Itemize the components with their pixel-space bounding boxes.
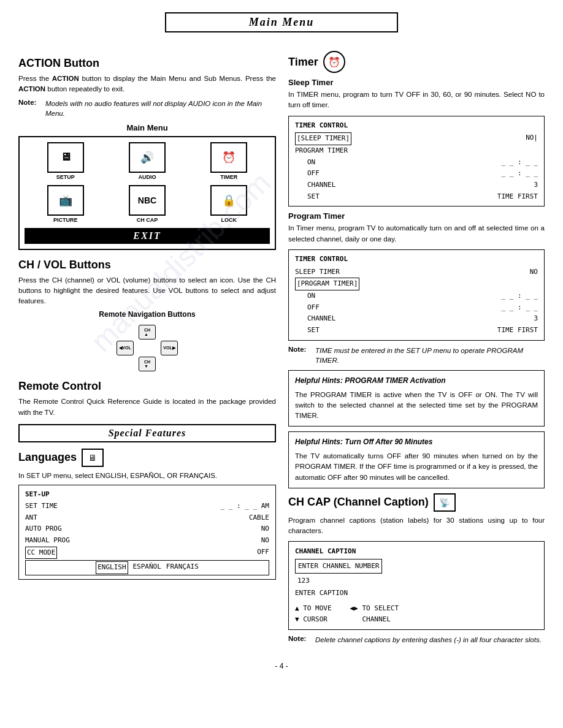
hint2-title: Helpful Hints: Turn Off After 90 Minutes bbox=[295, 437, 538, 447]
ch-vol-title: CH / VOL Buttons bbox=[18, 259, 276, 271]
main-menu-sublabel: Main Menu bbox=[18, 123, 276, 132]
timer-box1-title: TIMER CONTROL bbox=[295, 120, 538, 132]
timer-set-label: SET bbox=[307, 191, 320, 203]
exit-label: EXIT bbox=[133, 230, 161, 241]
nav-vol-right-btn: VOL▶ bbox=[161, 341, 178, 355]
special-features-box: Special Features bbox=[18, 424, 276, 442]
setup-row-ant: ANT CABLE bbox=[25, 512, 269, 524]
timer-box1-set: SET TIME FIRST bbox=[295, 191, 538, 203]
remote-control-body: The Remote Control Quick Reference Guide… bbox=[18, 396, 276, 418]
setup-icon-label: SETUP bbox=[56, 174, 75, 180]
setup-row-time: SET TIME _ _ : _ _ AM bbox=[25, 501, 269, 512]
menu-icon-timer: ⏰ TIMER bbox=[204, 142, 253, 180]
languages-icon-symbol: 🖥 bbox=[88, 453, 97, 463]
remote-control-title: Remote Control bbox=[18, 380, 276, 393]
lang-espanol: ESPAÑOL bbox=[133, 561, 161, 574]
menu-icon-row-2: 📺 PICTURE NBC CH CAP 🔒 bbox=[25, 185, 270, 223]
cc-arrow-select: ◀▶ TO SELECT CHANNEL bbox=[350, 603, 399, 626]
picture-icon-box: 📺 bbox=[47, 185, 84, 216]
main-menu-title: Main Menu bbox=[165, 12, 398, 32]
timer-box1-on: ON _ _ : _ _ bbox=[295, 157, 538, 169]
ch-cap-icon-symbol: 📡 bbox=[439, 498, 450, 507]
ch-cap-header: CH CAP (Channel Caption) 📡 bbox=[288, 493, 545, 512]
setup-value-manualprog: NO bbox=[261, 535, 269, 547]
action-note-label: Note: bbox=[18, 99, 42, 118]
program-timer-body: In Timer menu, program TV to automatical… bbox=[288, 223, 545, 245]
sleep-timer-body: In TIMER menu, program to turn TV OFF in… bbox=[288, 89, 545, 111]
menu-icon-box: 🖥 SETUP 🔊 AUDIO ⏰ bbox=[18, 136, 276, 250]
audio-icon-label: AUDIO bbox=[138, 174, 156, 180]
timer-box2-row-sleep: SLEEP TIMER NO bbox=[295, 267, 538, 278]
languages-header: Languages 🖥 bbox=[18, 449, 276, 467]
setup-value-cc: OFF bbox=[257, 547, 269, 559]
setup-box: SET-UP SET TIME _ _ : _ _ AM ANT CABLE A… bbox=[18, 485, 276, 580]
setup-label-manualprog: MANUAL PROG bbox=[25, 535, 70, 547]
hint1-body: The PROGRAM TIMER is active when the TV … bbox=[295, 390, 538, 422]
left-column: ACTION Button Press the ACTION button to… bbox=[18, 51, 276, 650]
page-number: - 4 - bbox=[18, 662, 545, 670]
cc-arrow-move: ▲ TO MOVE ▼ CURSOR bbox=[295, 603, 332, 626]
channel-caption-box: CHANNEL CAPTION ENTER CHANNEL NUMBER 123… bbox=[288, 541, 545, 630]
lock-icon-box: 🔒 bbox=[210, 185, 247, 216]
audio-icon-box: 🔊 bbox=[129, 142, 166, 173]
sleep-timer-subtitle: Sleep Timer bbox=[288, 78, 545, 87]
timer-control-box-1: TIMER CONTROL [SLEEP TIMER] NO| PROGRAM … bbox=[288, 116, 545, 207]
hint-box-1: Helpful Hints: PROGRAM TIMER Activation … bbox=[288, 370, 545, 427]
timer-on-value: _ _ : _ _ bbox=[501, 157, 538, 169]
page-container: Main Menu ACTION Button Press the ACTION… bbox=[18, 12, 545, 670]
ch-cap-body: Program channel captions (station labels… bbox=[288, 515, 545, 537]
right-column: Timer ⏰ Sleep Timer In TIMER menu, progr… bbox=[288, 51, 545, 650]
picture-icon-label: PICTURE bbox=[53, 217, 78, 223]
lang-english: ENGLISH bbox=[96, 561, 128, 574]
timer2-ch-label: CHANNEL bbox=[307, 313, 335, 325]
timer-title: Timer bbox=[288, 56, 318, 69]
two-col-layout: ACTION Button Press the ACTION button to… bbox=[18, 51, 545, 650]
action-note-text: Models with no audio features will not d… bbox=[45, 99, 276, 118]
ch-cap-note-label: Note: bbox=[288, 635, 312, 645]
cc-enter-channel-label: ENTER CHANNEL NUMBER bbox=[295, 559, 382, 574]
ch-cap-icon: 📡 bbox=[434, 493, 456, 512]
remote-nav-title: Remote Navigation Buttons bbox=[18, 310, 276, 319]
timer-icon-box: ⏰ bbox=[210, 142, 247, 173]
timer-box1-channel: CHANNEL 3 bbox=[295, 180, 538, 191]
cc-enter-channel-row: ENTER CHANNEL NUMBER bbox=[295, 558, 538, 575]
picture-icon-symbol: 📺 bbox=[59, 194, 72, 207]
hint1-title: Helpful Hints: PROGRAM TIMER Activation bbox=[295, 376, 538, 386]
setup-label-time: SET TIME bbox=[25, 501, 58, 512]
timer-box2-prog-highlighted: [PROGRAM TIMER] bbox=[295, 278, 359, 290]
languages-title: Languages bbox=[18, 451, 77, 464]
action-button-body: Press the ACTION button to display the M… bbox=[18, 74, 276, 95]
timer-box2-set: SET TIME FIRST bbox=[295, 325, 538, 336]
setup-lang-row: ENGLISH ESPAÑOL FRANÇAIS bbox=[25, 560, 269, 575]
timer2-on-label: ON bbox=[307, 290, 315, 302]
program-timer-subtitle: Program Timer bbox=[288, 211, 545, 221]
timer-icon: ⏰ bbox=[323, 51, 345, 73]
timer-box1-off: OFF _ _ : _ _ bbox=[295, 168, 538, 180]
hint-box-2: Helpful Hints: Turn Off After 90 Minutes… bbox=[288, 431, 545, 488]
nav-ch-down-btn: CH▼ bbox=[139, 357, 156, 371]
select-arrows-icon: ◀▶ bbox=[350, 604, 358, 612]
timer-box2-channel: CHANNEL 3 bbox=[295, 313, 538, 325]
hint2-body: The TV automatically turns OFF after 90 … bbox=[295, 451, 538, 483]
timer2-set-value: TIME FIRST bbox=[497, 325, 538, 336]
ch-vol-body: Press the CH (channel) or VOL (volume) b… bbox=[18, 275, 276, 307]
menu-icon-row-1: 🖥 SETUP 🔊 AUDIO ⏰ bbox=[25, 142, 270, 180]
exit-bar: EXIT bbox=[25, 228, 270, 244]
timer-box2-on: ON _ _ : _ _ bbox=[295, 290, 538, 302]
menu-icon-chcap: NBC CH CAP bbox=[123, 185, 172, 223]
timer-ch-value: 3 bbox=[534, 180, 538, 191]
setup-row-manualprog: MANUAL PROG NO bbox=[25, 535, 269, 547]
program-timer-note-text: TIME must be entered in the SET UP menu … bbox=[315, 346, 545, 365]
timer2-sleep-value: NO bbox=[530, 267, 538, 278]
timer-off-value: _ _ : _ _ bbox=[501, 168, 538, 180]
timer-box2-title: TIMER CONTROL bbox=[295, 254, 538, 265]
timer2-off-value: _ _ : _ _ bbox=[501, 302, 538, 314]
languages-body: In SET UP menu, select ENGLISH, ESPAÑOL,… bbox=[18, 471, 276, 481]
remote-nav-container: CH▲ ◀VOL VOL▶ CH▼ bbox=[18, 325, 276, 374]
setup-box-title: SET-UP bbox=[25, 489, 269, 501]
timer2-ch-value: 3 bbox=[534, 313, 538, 325]
special-features-label: Special Features bbox=[109, 428, 186, 438]
action-button-title: ACTION Button bbox=[18, 57, 276, 70]
timer-control-box-2: TIMER CONTROL SLEEP TIMER NO [PROGRAM TI… bbox=[288, 249, 545, 341]
timer-set-value: TIME FIRST bbox=[497, 191, 538, 203]
